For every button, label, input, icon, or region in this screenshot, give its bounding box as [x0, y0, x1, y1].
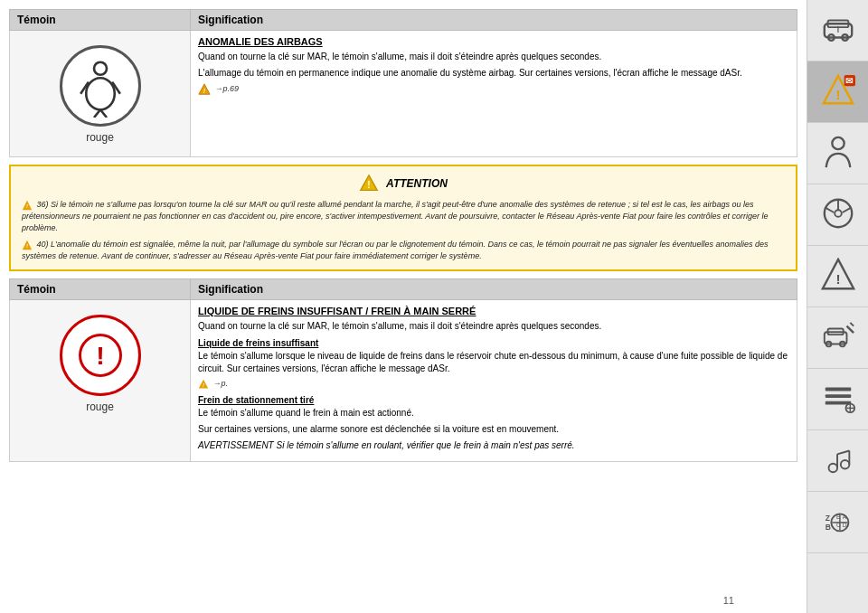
col1-header-1: Témoin [10, 10, 191, 31]
brakes-subdesc3: Sur certaines versions, une alarme sonor… [198, 423, 789, 436]
sidebar-item-person[interactable] [807, 123, 868, 184]
brakes-subtitle1: Liquide de freins insuffisant [198, 338, 789, 348]
brakes-warn-icon: ! [198, 379, 209, 390]
svg-point-1 [86, 78, 115, 109]
brakes-desc1: Quand on tourne la clé sur MAR, le témoi… [198, 320, 789, 333]
airbags-title: ANOMALIE DES AIRBAGS [198, 36, 789, 47]
svg-line-4 [94, 109, 100, 118]
svg-rect-41 [826, 387, 852, 391]
svg-line-51 [837, 450, 849, 454]
attention-title: ATTENTION [386, 176, 448, 192]
attention-num1-icon: ! [22, 200, 33, 211]
svg-text:B: B [826, 522, 831, 531]
attention-text1: ! 36) Si le témoin ne s'allume pas lorsq… [22, 199, 785, 234]
sidebar-item-road[interactable]: ! [807, 246, 868, 307]
svg-point-48 [841, 459, 850, 468]
attention-header: ! ATTENTION [22, 174, 785, 193]
road-warning-icon: ! [821, 258, 855, 296]
person-icon [821, 135, 855, 173]
airbags-desc2: L'allumage du témoin en permanence indiq… [198, 67, 789, 80]
svg-point-27 [832, 137, 844, 148]
svg-line-39 [847, 325, 854, 333]
attention-num2-icon: ! [22, 240, 33, 250]
svg-line-31 [825, 207, 834, 212]
brakes-subdesc1: Le témoin s'allume lorsque le niveau de … [198, 350, 789, 375]
col2-header-2: Signification [191, 279, 797, 300]
attention-text2: ! 40) L'anomalie du témoin est signalée,… [22, 239, 785, 262]
airbags-table: Témoin Signification [9, 9, 797, 157]
svg-rect-42 [826, 394, 852, 398]
car-info-icon: i [821, 12, 855, 50]
svg-line-32 [843, 207, 852, 212]
svg-text:!: ! [835, 86, 840, 101]
col2-header-1: Signification [191, 10, 797, 31]
attention-triangle-icon: ! [359, 174, 379, 193]
svg-text:!: ! [96, 341, 105, 370]
alpha-icon: Z B E A C D [821, 504, 855, 542]
page-number: 11 [723, 595, 734, 606]
rouge-label-2: rouge [17, 401, 183, 413]
sidebar-item-alpha[interactable]: Z B E A C D [807, 492, 868, 553]
brakes-subtitle2: Frein de stationnement tiré [198, 395, 789, 405]
brakes-subdesc2: Le témoin s'allume quand le frein à main… [198, 407, 789, 420]
airbags-note: ! →p.69 [198, 83, 789, 96]
svg-point-0 [94, 62, 107, 75]
brakes-note: ! →p. [198, 379, 789, 390]
brakes-témoin-cell: ! rouge [10, 300, 191, 462]
svg-text:!: ! [26, 243, 28, 249]
warning-triangle-inline: ! [198, 83, 211, 96]
brakes-icon: ! [60, 315, 141, 396]
brakes-title: LIQUIDE DE FREINS INSUFFISANT / FREIN À … [198, 306, 789, 316]
brakes-table: Témoin Signification ! rouge LIQUIDE DE … [9, 278, 797, 462]
sidebar: i ! ✉ [807, 0, 868, 613]
svg-text:!: ! [835, 271, 840, 287]
sidebar-item-steering[interactable] [807, 184, 868, 246]
music-icon [821, 442, 855, 480]
svg-text:✉: ✉ [845, 76, 854, 86]
brakes-icon-svg: ! [73, 328, 127, 382]
brakes-subdesc4: AVERTISSEMENT Si le témoin s'allume en r… [198, 439, 789, 452]
airbags-icon-svg [69, 54, 132, 118]
svg-line-5 [100, 109, 107, 118]
svg-point-47 [829, 463, 838, 472]
sidebar-item-warning-msg[interactable]: ! ✉ [807, 61, 868, 123]
sidebar-item-car-info[interactable]: i [807, 0, 868, 61]
rouge-label-1: rouge [17, 131, 183, 144]
sidebar-item-settings[interactable] [807, 369, 868, 430]
airbags-desc1: Quand on tourne la clé sur MAR, le témoi… [198, 51, 789, 63]
brakes-signification-cell: LIQUIDE DE FREINS INSUFFISANT / FREIN À … [191, 300, 797, 462]
airbags-icon [60, 45, 141, 127]
sidebar-item-car-tools[interactable] [807, 307, 868, 369]
svg-point-29 [835, 210, 842, 217]
attention-box: ! ATTENTION ! 36) Si le témoin ne s'allu… [9, 165, 797, 271]
car-tools-icon [821, 319, 855, 357]
col1-header-2: Témoin [10, 279, 191, 300]
svg-text:!: ! [203, 382, 204, 388]
steering-wheel-icon [821, 196, 855, 234]
svg-text:Z: Z [826, 514, 830, 523]
sidebar-item-music[interactable] [807, 430, 868, 492]
warning-message-icon: ! ✉ [821, 73, 855, 111]
svg-text:!: ! [26, 203, 28, 209]
svg-text:!: ! [367, 180, 370, 190]
svg-text:i: i [837, 24, 839, 33]
airbags-témoin-cell: rouge [10, 31, 191, 157]
settings-list-icon [821, 381, 855, 419]
airbags-signification-cell: ANOMALIE DES AIRBAGS Quand on tourne la … [191, 31, 797, 157]
svg-text:A: A [843, 514, 847, 520]
svg-line-40 [850, 322, 854, 325]
